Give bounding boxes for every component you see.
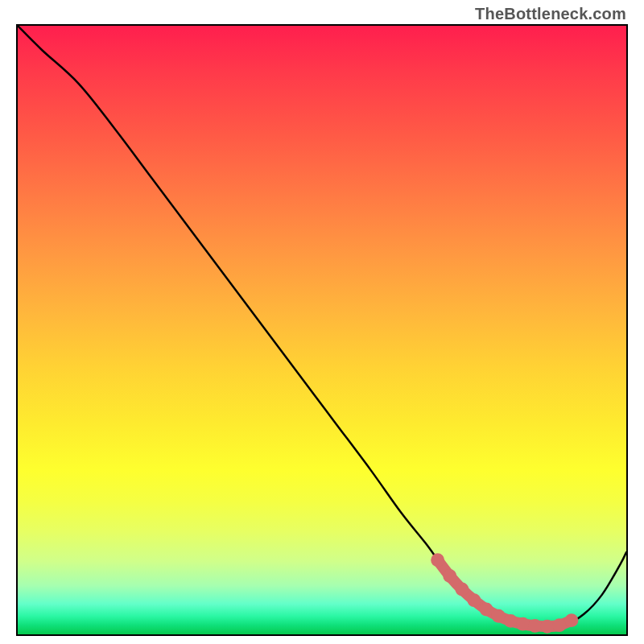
highlight-dot (516, 617, 530, 631)
plot-area (16, 24, 628, 636)
highlight-dot (492, 609, 506, 623)
watermark-text: TheBottleneck.com (475, 5, 626, 23)
chart-frame: TheBottleneck.com (0, 0, 644, 644)
highlight-dot (480, 603, 493, 617)
main-curve-path (18, 26, 626, 626)
highlight-dot (443, 569, 456, 583)
highlight-dot (504, 614, 518, 628)
highlight-dot (540, 620, 554, 634)
highlight-dot (565, 613, 579, 627)
highlight-dot (528, 619, 542, 633)
highlight-dot (455, 583, 469, 597)
highlight-dot (552, 618, 566, 632)
highlight-dot (431, 553, 444, 567)
highlight-dot-group (431, 553, 578, 633)
highlight-dot (468, 593, 481, 607)
curve-svg (18, 26, 626, 634)
